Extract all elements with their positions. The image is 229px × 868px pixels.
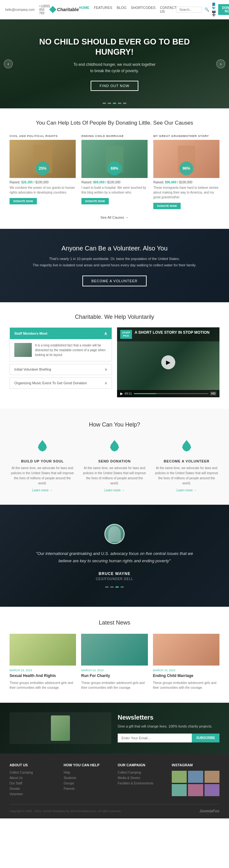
cause-1-donate-button[interactable]: DONATE NOW	[9, 198, 37, 205]
footer-help-link-1[interactable]: Help	[64, 771, 111, 774]
how-help-section: How Can You Help? BUILD UP YOUR SOUL At …	[0, 409, 229, 505]
newsletter-email-input[interactable]	[118, 734, 192, 742]
hero-dots	[103, 103, 126, 104]
hero-dot-1[interactable]	[103, 103, 106, 104]
how-item-3-desc: At the same time, we advocate for laws a…	[153, 466, 220, 486]
footer-campaign-link-2[interactable]: Media & Stories	[118, 776, 165, 780]
cause-card-2: ENDING CHILD MARRIAGE 69% Raised: $69,06…	[81, 134, 148, 209]
play-icon[interactable]: ▶	[120, 392, 123, 396]
t-dot-4[interactable]	[120, 586, 124, 588]
instagram-thumb-2[interactable]	[188, 771, 203, 783]
hero-section: ‹ NO CHILD SHOULD EVER GO TO BED HUNGRY!…	[0, 20, 229, 108]
hero-subtitle: To end childhood hunger, we must work to…	[19, 61, 210, 74]
accordion-chevron-1: ∧	[104, 331, 107, 336]
accordion: Staff Members Meet ∧ It is a long establ…	[9, 328, 112, 397]
footer-link-2[interactable]: About Us	[9, 776, 57, 780]
t-dot-2[interactable]	[110, 586, 114, 588]
news-img-3	[153, 634, 220, 665]
hero-dot-2[interactable]	[108, 103, 111, 104]
donate-now-button[interactable]: DONATE NOW	[218, 4, 229, 15]
cause-3-circle: 96%	[179, 161, 193, 176]
instagram-thumb-4[interactable]	[172, 784, 187, 796]
newsletter-subtitle: Give a gift that will change lives. 100%…	[118, 724, 220, 729]
footer-help-link-2[interactable]: Students	[64, 776, 111, 780]
t-dot-1[interactable]	[105, 586, 109, 588]
cause-3-label: MY GREAT GRANDMOTHER STORY	[153, 134, 220, 137]
learn-more-1[interactable]: Learn more →	[9, 489, 76, 492]
footer-link-4[interactable]: Donate	[9, 787, 57, 790]
video-panel: STAFFPICK A SHORT LOVE STORY IN STOP MOT…	[117, 328, 220, 397]
cause-2-raised: Raised: $69,069 / $100,000	[81, 181, 148, 184]
video-time: 03:11	[125, 392, 132, 395]
news-title-1[interactable]: Sexual Health And Rights	[9, 673, 76, 679]
instagram-grid	[172, 771, 220, 796]
hero-dot-4[interactable]	[118, 103, 121, 104]
footer-col-campaign: OUR CAMPAIGN Collect Camping Media & Sto…	[118, 763, 165, 798]
newsletter-form: SUBSCRIBE	[118, 734, 220, 742]
help-title: Charitable. We Help Voluntarily	[9, 314, 220, 320]
news-title-2[interactable]: Run For Charity	[81, 673, 148, 679]
footer-link-3[interactable]: Our Staff	[9, 781, 57, 785]
hero-dot-3[interactable]	[113, 103, 116, 104]
footer-help-link-4[interactable]: Parents	[64, 787, 111, 790]
become-volunteer-button[interactable]: BECOME A VOLUNTEER	[82, 276, 146, 286]
help-grid: Staff Members Meet ∧ It is a long establ…	[9, 328, 220, 397]
news-grid: MARCH 14, 2015 Sexual Health And Rights …	[9, 634, 220, 690]
video-progress-bar[interactable]	[134, 393, 208, 394]
staff-pick-badge: STAFFPICK	[120, 330, 132, 339]
causes-title: You Can Help Lots Of People By Donating …	[9, 120, 220, 126]
cause-3-donate-button[interactable]: DONATE NOW	[153, 203, 181, 209]
learn-more-2[interactable]: Learn more →	[82, 489, 148, 492]
search-icon[interactable]: 🔍	[204, 7, 209, 12]
news-card-3: MARCH 14, 2015 Ending Child Marriage The…	[153, 634, 220, 690]
avatar-placeholder	[108, 526, 121, 542]
accordion-item-2[interactable]: Initial Volunteer Briefing ∨	[9, 364, 112, 375]
footer-link-1[interactable]: Collect Camping	[9, 771, 57, 774]
cause-2-donate-button[interactable]: DONATE NOW	[81, 198, 109, 205]
cause-1-raised: Raised: $26,385 / $100,000	[9, 181, 76, 184]
instagram-thumb-1[interactable]	[172, 771, 187, 783]
footer-campaign-link-1[interactable]: Collect Camping	[118, 771, 165, 774]
instagram-thumb-6[interactable]	[204, 784, 220, 796]
footer-grid: ABOUT US Collect Camping About Us Our St…	[9, 763, 220, 798]
news-title: Latest News	[9, 619, 220, 626]
news-desc-3: These groups embolden adolescent girls a…	[153, 680, 220, 690]
newsletter-subscribe-button[interactable]: SUBSCRIBE	[192, 734, 220, 742]
accordion-panel-1: Staff Members Meet ∧ It is a long establ…	[9, 328, 112, 361]
find-out-now-button[interactable]: FIND OUT NOW	[91, 81, 138, 91]
newsletter-child-figure	[51, 715, 70, 741]
site-header: hello@company.com +1(800) 456 789 Charit…	[0, 0, 229, 20]
cause-3-image: 96%	[153, 140, 220, 178]
footer-link-5[interactable]: Volunteer	[9, 793, 57, 796]
hero-nav-left[interactable]: ‹	[4, 59, 13, 68]
accordion-item-3[interactable]: Organizing Music Event To Get Good Donat…	[9, 378, 112, 389]
footer-col-instagram: INSTAGRAM	[172, 763, 220, 798]
drop-icon-1	[38, 440, 47, 452]
learn-more-3[interactable]: Learn more →	[153, 489, 220, 492]
hd-badge: HD	[210, 392, 216, 395]
testimonial-quote: "Our international grantmaking and U.S. …	[32, 550, 197, 565]
logo[interactable]: Charitable	[50, 7, 79, 12]
footer-campaign-link-3[interactable]: Facilities & Environments	[118, 781, 165, 785]
play-button[interactable]: ▶	[161, 355, 175, 369]
accordion-header-1[interactable]: Staff Members Meet ∧	[10, 328, 112, 339]
instagram-thumb-3[interactable]	[204, 771, 220, 783]
hero-nav-right[interactable]: ›	[216, 59, 225, 68]
drop-icon-3	[182, 440, 191, 452]
instagram-thumb-5[interactable]	[188, 784, 203, 796]
see-all-causes[interactable]: See All Causes →	[9, 216, 220, 219]
nav-home[interactable]: HOME	[79, 6, 89, 13]
how-item-1-desc: At the same time, we advocate for laws a…	[9, 466, 76, 486]
nav-features[interactable]: FEATURES	[94, 6, 112, 13]
nav-contact[interactable]: CONTACT US	[160, 6, 176, 13]
news-title-3[interactable]: Ending Child Marriage	[153, 673, 220, 679]
footer-help-link-3[interactable]: Groups	[64, 781, 111, 785]
footer-brand: JoomlaFox	[199, 809, 220, 813]
search-input[interactable]	[176, 7, 202, 13]
nav-shortcodes[interactable]: SHORTCODES	[131, 6, 155, 13]
t-dot-3[interactable]	[115, 586, 119, 588]
how-item-2-desc: At the same time, we advocate for laws a…	[82, 466, 148, 486]
video-top-bar: STAFFPICK A SHORT LOVE STORY IN STOP MOT…	[117, 328, 220, 342]
hero-dot-5[interactable]	[123, 103, 126, 104]
nav-blog[interactable]: BLOG	[117, 6, 126, 13]
